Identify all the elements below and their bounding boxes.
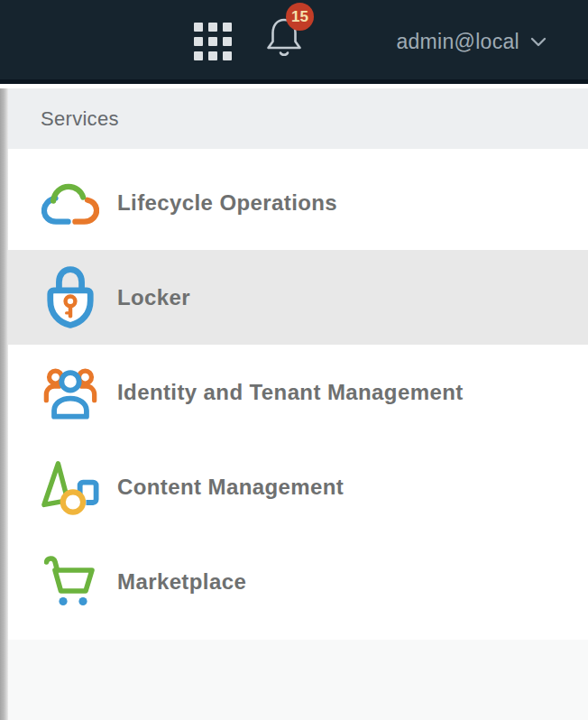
menu-item-marketplace[interactable]: Marketplace [8,534,588,629]
menu-item-identity-tenant-management[interactable]: Identity and Tenant Management [8,345,588,439]
menu-item-label: Locker [117,285,190,310]
menu-item-lifecycle-operations[interactable]: Lifecycle Operations [8,155,588,250]
panel-title: Services [8,88,588,149]
panel-footer [8,640,588,720]
username-label: admin@local [396,30,519,54]
services-menu: Lifecycle Operations Locker [8,149,588,640]
page-edge-shadow [0,88,8,720]
chevron-down-icon [530,37,547,47]
content-shapes-icon [41,449,100,525]
menu-item-label: Lifecycle Operations [117,190,337,216]
notification-count-badge: 15 [286,3,314,31]
user-account-menu[interactable]: admin@local [396,0,547,84]
lifecycle-cloud-icon [41,165,100,241]
identity-people-icon [41,355,100,430]
marketplace-cart-icon [41,544,100,620]
menu-item-content-management[interactable]: Content Management [8,439,588,534]
menu-item-label: Marketplace [117,569,246,595]
menu-item-label: Identity and Tenant Management [117,380,464,405]
app-header: 15 admin@local [0,0,588,84]
locker-padlock-icon [41,260,100,336]
menu-item-label: Content Management [117,475,344,500]
menu-item-locker[interactable]: Locker [8,250,588,345]
services-dropdown-panel: Services Lifecycle Operations [8,88,588,720]
app-switcher-icon[interactable] [194,23,232,60]
notifications-button[interactable]: 15 [264,14,306,61]
